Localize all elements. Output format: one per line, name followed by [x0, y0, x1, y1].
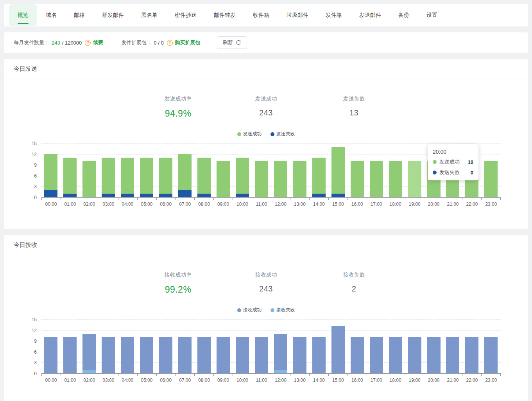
- bar-接收成功-23:00[interactable]: [484, 337, 498, 373]
- bar-发送失败-00:00[interactable]: [44, 190, 57, 197]
- x-axis-tick: [61, 198, 80, 200]
- legend-dot-icon: [270, 308, 274, 312]
- nav-tab-黑名单[interactable]: 黑名单: [133, 4, 166, 26]
- nav-tab-概览[interactable]: 概览: [9, 4, 37, 26]
- bar-group-06:00: [156, 320, 176, 373]
- bar-发送成功-09:00[interactable]: [217, 161, 230, 197]
- bar-接收成功-16:00[interactable]: [351, 337, 364, 373]
- bar-group-06:00: [156, 144, 176, 197]
- bar-发送成功-11:00[interactable]: [255, 161, 268, 197]
- bar-发送成功-10:00[interactable]: [236, 158, 249, 194]
- bar-发送成功-08:00[interactable]: [197, 158, 211, 194]
- bar-发送失败-10:00[interactable]: [236, 194, 249, 197]
- bar-接收成功-06:00[interactable]: [159, 337, 172, 373]
- bar-接收成功-19:00[interactable]: [408, 337, 421, 373]
- nav-tab-邮箱[interactable]: 邮箱: [65, 4, 93, 26]
- x-axis-label: 06:00: [156, 378, 176, 383]
- monthly-quota-label: 每月发件数量：: [14, 39, 49, 46]
- bar-group-00:00: [41, 144, 61, 197]
- legend-item-接收失败[interactable]: 接收失败: [270, 307, 295, 313]
- help-icon[interactable]: ?: [85, 40, 91, 46]
- legend-item-发送失败[interactable]: 发送失败: [270, 131, 295, 137]
- bar-发送成功-01:00[interactable]: [63, 158, 77, 194]
- bar-接收成功-21:00[interactable]: [446, 337, 459, 373]
- bar-发送成功-02:00[interactable]: [82, 161, 96, 197]
- bar-发送失败-03:00[interactable]: [102, 194, 115, 197]
- buy-pack-link[interactable]: 购买扩展包: [175, 39, 201, 46]
- bar-发送成功-00:00[interactable]: [44, 154, 57, 190]
- bar-发送成功-13:00[interactable]: [293, 161, 306, 197]
- nav-tab-设置[interactable]: 设置: [418, 4, 446, 26]
- bar-接收成功-14:00[interactable]: [312, 337, 326, 373]
- bar-group-20:00: [424, 320, 443, 373]
- bar-发送失败-14:00[interactable]: [312, 194, 326, 197]
- bar-接收成功-20:00[interactable]: [427, 337, 441, 373]
- legend-item-发送成功[interactable]: 发送成功: [237, 131, 262, 137]
- bar-接收成功-18:00[interactable]: [389, 337, 402, 373]
- bar-接收成功-08:00[interactable]: [197, 337, 211, 373]
- bar-发送成功-05:00[interactable]: [140, 158, 153, 194]
- nav-tab-发件箱[interactable]: 发件箱: [317, 4, 351, 26]
- bar-发送成功-04:00[interactable]: [121, 158, 134, 194]
- bar-group-13:00: [290, 320, 309, 373]
- bar-接收成功-02:00[interactable]: [82, 334, 96, 370]
- bar-发送成功-18:00[interactable]: [389, 161, 402, 197]
- bar-接收失败-02:00[interactable]: [82, 370, 96, 373]
- bar-发送失败-08:00[interactable]: [197, 194, 211, 197]
- x-axis-tick: [80, 374, 99, 376]
- bar-接收成功-05:00[interactable]: [140, 337, 153, 373]
- bar-接收失败-12:00[interactable]: [274, 370, 287, 373]
- bar-接收成功-15:00[interactable]: [331, 326, 345, 373]
- bar-发送失败-05:00[interactable]: [140, 194, 153, 197]
- bar-接收成功-17:00[interactable]: [370, 337, 383, 373]
- bar-group-23:00: [482, 144, 501, 197]
- bar-接收成功-10:00[interactable]: [236, 337, 249, 373]
- bar-发送失败-07:00[interactable]: [178, 190, 192, 197]
- nav-tab-垃圾邮件[interactable]: 垃圾邮件: [278, 4, 317, 26]
- nav-tab-域名[interactable]: 域名: [37, 4, 65, 26]
- bar-发送成功-03:00[interactable]: [102, 158, 115, 194]
- bar-发送成功-17:00[interactable]: [370, 161, 383, 197]
- bar-发送成功-07:00[interactable]: [178, 154, 192, 190]
- x-axis-label: 21:00: [443, 378, 462, 383]
- nav-tab-邮件转发[interactable]: 邮件转发: [205, 4, 244, 26]
- bar-接收成功-13:00[interactable]: [293, 337, 306, 373]
- legend-item-接收成功[interactable]: 接收成功: [237, 307, 262, 313]
- send-chart: 20:00 发送成功10发送失败0 0369121500:0001:0002:0…: [41, 144, 501, 210]
- bar-接收成功-01:00[interactable]: [63, 337, 77, 373]
- refresh-button[interactable]: 刷新: [217, 36, 247, 49]
- send-panel-header: 今日发送: [4, 59, 528, 79]
- bar-发送成功-06:00[interactable]: [159, 158, 172, 194]
- x-axis-label: 14:00: [309, 201, 328, 207]
- bar-接收成功-03:00[interactable]: [102, 337, 115, 373]
- nav-tab-发送邮件[interactable]: 发送邮件: [351, 4, 390, 26]
- bar-接收成功-07:00[interactable]: [178, 337, 192, 373]
- bar-接收成功-04:00[interactable]: [121, 337, 134, 373]
- nav-tab-密件抄送[interactable]: 密件抄送: [166, 4, 205, 26]
- x-axis-tick: [41, 374, 61, 376]
- renew-link[interactable]: 续费: [93, 39, 103, 46]
- bar-发送失败-01:00[interactable]: [63, 194, 77, 197]
- help-icon[interactable]: ?: [167, 40, 173, 46]
- bar-发送失败-04:00[interactable]: [121, 194, 134, 197]
- bar-发送成功-15:00[interactable]: [331, 147, 345, 194]
- bar-group-01:00: [61, 144, 80, 197]
- bar-发送成功-23:00[interactable]: [484, 161, 498, 197]
- nav-tab-收件箱[interactable]: 收件箱: [244, 4, 278, 26]
- bar-发送失败-15:00[interactable]: [331, 194, 345, 197]
- bar-发送失败-06:00[interactable]: [159, 194, 172, 197]
- bar-发送成功-19:00[interactable]: [408, 161, 421, 197]
- bar-接收成功-12:00[interactable]: [274, 334, 287, 370]
- nav-tab-备份[interactable]: 备份: [390, 4, 418, 26]
- bar-group-02:00: [80, 144, 99, 197]
- bar-接收成功-11:00[interactable]: [255, 337, 268, 373]
- bar-接收成功-09:00[interactable]: [217, 337, 230, 373]
- bar-接收成功-22:00[interactable]: [465, 337, 478, 373]
- bar-发送成功-12:00[interactable]: [274, 161, 287, 197]
- panel-title: 今日接收: [14, 241, 37, 249]
- bar-group-17:00: [367, 144, 386, 197]
- bar-发送成功-16:00[interactable]: [351, 161, 364, 197]
- bar-发送成功-14:00[interactable]: [312, 158, 326, 194]
- nav-tab-群发邮件[interactable]: 群发邮件: [93, 4, 133, 26]
- bar-接收成功-00:00[interactable]: [44, 337, 57, 373]
